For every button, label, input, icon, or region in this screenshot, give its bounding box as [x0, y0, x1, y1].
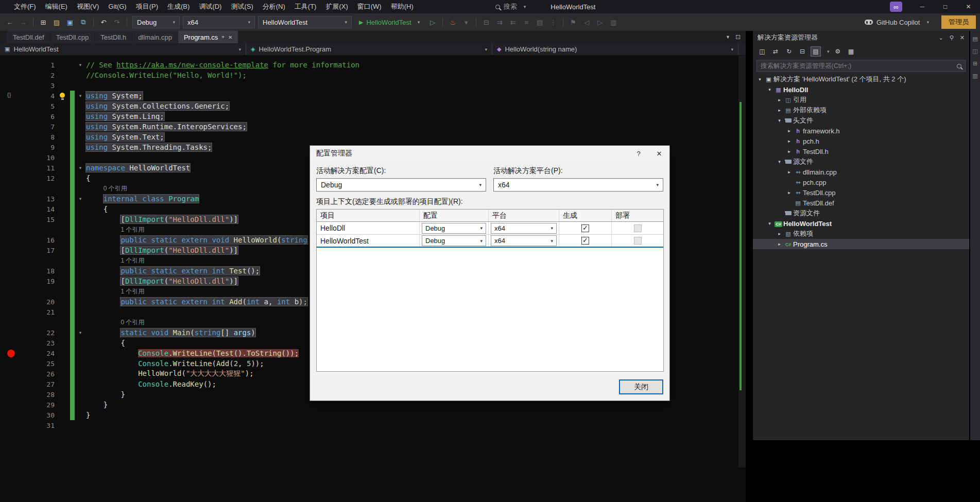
float-window-icon[interactable]: ⊡ [735, 33, 741, 41]
pin-icon[interactable]: ⚲ [950, 34, 954, 41]
preview-icon[interactable]: ▦ [846, 46, 856, 57]
start-without-debugging-icon[interactable]: ▷ [427, 16, 438, 28]
comment-icon[interactable]: ≡ [521, 16, 532, 28]
code-line[interactable]: 1▾// See https://aka.ms/new-console-temp… [0, 60, 746, 70]
titlebar-search[interactable]: 搜索 ▾ [495, 2, 526, 11]
tree-item[interactable]: pch.cpp [753, 177, 969, 187]
tree-item[interactable]: TestDll.def [753, 198, 969, 208]
search-input[interactable] [761, 62, 957, 70]
redo-icon[interactable]: ↷ [111, 16, 123, 28]
code-line[interactable]: 3 [0, 80, 746, 91]
breakpoint-gutter[interactable] [0, 194, 24, 204]
breakpoint-gutter[interactable] [0, 183, 24, 194]
code-line[interactable]: 6using System.Linq; [0, 111, 746, 122]
tree-item[interactable]: ▸pch.h [753, 136, 969, 146]
breakpoint-gutter[interactable] [0, 358, 24, 369]
breakpoint-gutter[interactable] [0, 297, 24, 307]
breakpoint-gutter[interactable] [0, 122, 24, 132]
breakpoint-gutter[interactable] [0, 245, 24, 255]
rail-icon-3[interactable]: ⊞ [973, 60, 977, 67]
config-dropdown[interactable]: Debug▾ [422, 235, 486, 246]
tree-item[interactable]: ▸外部依赖项 [753, 105, 969, 115]
code-line[interactable]: 5using System.Collections.Generic; [0, 101, 746, 111]
start-debugging-button[interactable]: ▶ HelloWorldTest ▾ [355, 16, 424, 28]
breakpoint-gutter[interactable] [0, 400, 24, 410]
outlining-margin[interactable]: ▾ [75, 93, 86, 98]
breakpoint-dot[interactable] [7, 350, 15, 357]
active-config-dropdown[interactable]: Debug ▾ [316, 178, 486, 192]
code-line[interactable]: 2//Console.WriteLine("Hello, World!"); [0, 70, 746, 80]
open-folder-icon[interactable]: ▨ [51, 16, 62, 28]
tree-expander-icon[interactable]: ▸ [785, 139, 793, 144]
line-number[interactable]: 31 [24, 422, 57, 429]
menu-item[interactable]: 分析(N) [258, 0, 290, 13]
breakpoint-gutter[interactable] [0, 204, 24, 214]
dialog-titlebar[interactable]: 配置管理器 ? ✕ [310, 146, 669, 161]
table-row[interactable]: HelloDllDebug▾x64▾ [317, 222, 663, 235]
menu-item[interactable]: 项目(P) [131, 0, 163, 13]
breadcrumb-segment[interactable]: ◈HelloWorldTest.Program▾ [246, 43, 492, 55]
tree-item[interactable]: ▸framework.h [753, 126, 969, 136]
breakpoint-gutter[interactable] [0, 276, 24, 286]
menu-item[interactable]: 编辑(E) [41, 0, 72, 13]
minimize-button[interactable]: ─ [910, 0, 934, 13]
line-number[interactable]: 1 [24, 61, 57, 69]
switch-views-icon[interactable]: ◫ [757, 46, 767, 57]
code-line[interactable]: 7using System.Runtime.InteropServices; [0, 122, 746, 132]
more-options-icon[interactable]: ⋮ [547, 16, 559, 28]
save-icon[interactable]: ▣ [64, 16, 76, 28]
tree-expander-icon[interactable]: ▸ [776, 97, 783, 102]
code-line[interactable]: 31 [0, 420, 746, 430]
rail-icon-1[interactable]: ▤ [972, 36, 977, 42]
show-all-files-icon[interactable]: ▤ [811, 46, 821, 57]
breakpoint-gutter[interactable] [0, 80, 24, 91]
line-number[interactable]: 27 [24, 380, 57, 388]
line-number[interactable]: 18 [24, 267, 57, 275]
tree-expander-icon[interactable]: ▾ [766, 221, 773, 226]
tree-expander-icon[interactable]: ▾ [776, 118, 783, 123]
startup-project-dropdown[interactable]: HelloWorldTest ▾ [258, 16, 352, 28]
breakpoint-gutter[interactable] [0, 173, 24, 183]
breadcrumb-segment[interactable]: ◆HelloWorld(string name)▾ [492, 43, 738, 55]
breakpoint-gutter[interactable] [0, 132, 24, 142]
codelens-references[interactable]: 1 个引用 [121, 257, 144, 264]
refresh-icon[interactable]: ↻ [784, 46, 794, 57]
tree-expander-icon[interactable]: ▸ [785, 190, 793, 195]
breakpoint-gutter[interactable] [0, 379, 24, 389]
line-number[interactable]: 5 [24, 102, 57, 110]
breakpoint-gutter[interactable] [0, 214, 24, 224]
code-line[interactable]: 8using System.Text; [0, 132, 746, 142]
breakpoint-gutter[interactable] [0, 101, 24, 111]
indent-icon[interactable]: ⇉ [494, 16, 505, 28]
breakpoint-gutter[interactable] [0, 327, 24, 338]
breakpoint-gutter[interactable] [0, 389, 24, 400]
breakpoint-gutter[interactable] [0, 142, 24, 152]
outlining-margin[interactable]: ▾ [75, 165, 86, 170]
line-number[interactable]: 22 [24, 329, 57, 337]
table-row[interactable]: HelloWorldTestDebug▾x64▾ [317, 235, 663, 248]
line-number[interactable]: 10 [24, 154, 57, 162]
line-number[interactable]: 17 [24, 247, 57, 254]
line-number[interactable]: 12 [24, 175, 57, 182]
solution-explorer-search[interactable] [757, 60, 966, 72]
save-all-icon[interactable]: ⧉ [78, 16, 89, 28]
outline-icon[interactable]: ⊟ [480, 16, 492, 28]
properties-icon[interactable]: ⚙ [833, 46, 843, 57]
menu-item[interactable]: 扩展(X) [321, 0, 352, 13]
tree-expander-icon[interactable]: ▸ [776, 241, 783, 247]
breakpoint-gutter[interactable] [0, 70, 24, 80]
solution-configuration-dropdown[interactable]: Debug ▾ [132, 16, 180, 28]
line-number[interactable]: 16 [24, 236, 57, 244]
menu-item[interactable]: 窗口(W) [353, 0, 386, 13]
deploy-checkbox[interactable] [634, 237, 642, 245]
tree-item[interactable]: ▸Program.cs [753, 239, 969, 249]
bookmark-next-icon[interactable]: ▷ [594, 16, 606, 28]
build-checkbox[interactable] [581, 237, 589, 245]
tree-expander-icon[interactable]: ▸ [785, 169, 793, 175]
platform-dropdown[interactable]: x64▾ [491, 235, 557, 246]
code-line[interactable]: 29 } [0, 400, 746, 410]
menu-item[interactable]: 文件(F) [9, 0, 41, 13]
code-line[interactable]: { }4▾using System; [0, 91, 746, 101]
dialog-close-icon[interactable]: ✕ [649, 146, 669, 161]
close-dialog-button[interactable]: 关闭 [619, 379, 663, 394]
